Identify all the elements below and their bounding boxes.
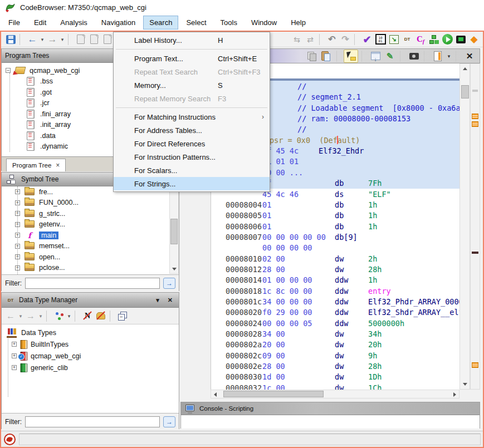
menubar-item-edit[interactable]: Edit	[28, 16, 52, 29]
console-header[interactable]: Console - Scripting	[181, 402, 480, 415]
symbol-tree-item[interactable]: +g_strlc...	[2, 208, 179, 219]
symbol-tree-item[interactable]: +FUN_0000...	[2, 198, 179, 209]
validate-checkmark-icon[interactable]: ✔	[360, 33, 374, 46]
associations-dropdown-icon[interactable]: ▾	[66, 310, 72, 322]
menu-item-for-instruction-patterns[interactable]: For Instruction Patterns...	[114, 150, 270, 164]
nav-out-document-icon[interactable]	[74, 33, 87, 46]
back-icon[interactable]: ←	[26, 33, 39, 46]
data-type-manager-icon[interactable]: DT	[400, 33, 414, 46]
analysis-bookmark-marker[interactable]	[472, 362, 478, 368]
scroll-thumb[interactable]	[170, 219, 178, 244]
run-script-icon[interactable]	[441, 33, 454, 46]
scroll-down-button[interactable]	[170, 265, 178, 273]
filter-options-icon[interactable]: →	[163, 416, 175, 427]
analysis-bookmark-marker[interactable]	[472, 121, 478, 127]
scroll-thumb[interactable]	[223, 391, 324, 397]
processor-chip-icon[interactable]	[454, 33, 467, 46]
listing-row[interactable]: 0000802834 00dw34h	[211, 329, 460, 339]
back-dropdown-icon[interactable]: ▾	[39, 33, 46, 46]
expander-icon[interactable]: +	[12, 342, 17, 347]
nav-document-icon[interactable]	[101, 33, 114, 46]
nav-in-document-icon[interactable]	[87, 33, 101, 46]
function-graph-icon[interactable]	[427, 33, 441, 46]
menubar-item-file[interactable]: File	[2, 16, 26, 29]
symbol-tree-scrollbar[interactable]	[169, 186, 179, 274]
cursor-location-marker[interactable]	[472, 252, 478, 254]
symbol-tree[interactable]: +fre...+FUN_0000...+g_strlc...+getenv...…	[2, 186, 179, 274]
listing-row[interactable]: 00008020f0 29 00 00ddwElf32_Shdr_ARRAY__…	[211, 307, 460, 318]
scroll-thumb[interactable]	[461, 85, 469, 99]
scroll-left-button[interactable]	[211, 390, 219, 398]
filter-arrays-off-icon[interactable]: N	[81, 310, 94, 322]
dtm-dropdown-icon[interactable]: ▾	[153, 297, 162, 304]
listing-row[interactable]: 0000801401 00 00 00ddw1h	[211, 275, 460, 285]
paste-icon[interactable]	[320, 50, 333, 62]
save-icon[interactable]	[4, 33, 17, 46]
disassemble-icon[interactable]: ⇄	[304, 33, 317, 46]
listing-row[interactable]: 0000802e28 00dw28h	[211, 361, 460, 372]
clear-code-bytes-icon[interactable]: ⇆	[290, 33, 304, 46]
data-types-tree[interactable]: Data Types+BuiltInTypes+qcmap_web_cgi+ge…	[2, 324, 179, 413]
menu-item-label-history[interactable]: Label History...H	[114, 33, 270, 47]
listing-row[interactable]: 0000802a20 00dw20h	[211, 339, 460, 350]
associations-icon[interactable]	[52, 310, 66, 322]
archive-item[interactable]: +BuiltInTypes	[2, 338, 179, 350]
filter-pointers-off-icon[interactable]	[94, 310, 107, 322]
dtm-forward-icon[interactable]: →	[24, 310, 37, 322]
listing-row[interactable]: 00 00 00 00	[211, 243, 460, 253]
undo-icon[interactable]: ↶	[325, 33, 339, 46]
patch-bytes-icon[interactable]	[374, 33, 387, 46]
menu-item-for-address-tables[interactable]: For Address Tables...	[114, 124, 270, 137]
listing-format-icon[interactable]	[431, 50, 444, 62]
menu-item-for-scalars[interactable]: For Scalars...	[114, 164, 270, 177]
dtm-close-icon[interactable]: ✕	[165, 297, 175, 304]
edit-listing-icon[interactable]: ✎	[383, 50, 397, 62]
scroll-down-button[interactable]	[461, 380, 469, 388]
dtm-filter-input[interactable]	[25, 416, 160, 427]
listing-hscrollbar[interactable]	[211, 390, 459, 398]
listing-row[interactable]: 000080181c 8c 00 00ddwentry	[211, 286, 460, 297]
symbol-tree-item[interactable]: +pclose...	[2, 263, 179, 274]
listing-row[interactable]: 000080321c 00dw1Ch	[211, 383, 460, 390]
menu-item-repeat-memory-search[interactable]: Repeat Memory SearchF3	[114, 92, 270, 105]
menu-item-for-strings[interactable]: For Strings...	[114, 177, 270, 190]
forward-dropdown-icon[interactable]: ▾	[59, 33, 66, 46]
analysis-bookmark-marker[interactable]	[472, 114, 478, 119]
listing-row[interactable]: 0000801002 00dw2h	[211, 254, 460, 264]
symbol-tree-item[interactable]: +open...	[2, 252, 179, 263]
archive-item[interactable]: +qcmap_web_cgi	[2, 350, 179, 362]
listing-row[interactable]: 0000801228 00dw28h	[211, 264, 460, 275]
close-icon[interactable]: ✕	[463, 50, 476, 62]
symbol-tree-item[interactable]: +fmain	[2, 230, 179, 241]
bookmark-diamond-icon[interactable]: ◆	[467, 33, 481, 46]
menubar-item-navigation[interactable]: Navigation	[95, 16, 141, 29]
collapse-all-icon[interactable]	[116, 310, 129, 322]
menubar-item-window[interactable]: Window	[245, 16, 283, 29]
filter-options-icon[interactable]: →	[163, 278, 175, 289]
format-dropdown-icon[interactable]: ▾	[446, 50, 452, 62]
listing-row[interactable]: 0000801c34 00 00 00ddwElf32_Phdr_ARRAY_0…	[211, 297, 460, 307]
memory-map-icon[interactable]	[387, 33, 400, 46]
tab-close-icon[interactable]: ×	[56, 161, 60, 169]
table-view-icon[interactable]	[481, 33, 484, 46]
menubar-item-select[interactable]: Select	[180, 16, 212, 29]
expander-icon[interactable]: −	[6, 68, 11, 73]
symbol-filter-input[interactable]	[25, 278, 160, 289]
listing-row[interactable]: 0000802c09 00dw9h	[211, 351, 460, 361]
snapshot-camera-icon[interactable]	[407, 50, 421, 62]
expand-fields-icon[interactable]	[369, 50, 382, 62]
console-output[interactable]	[181, 415, 480, 429]
listing-row[interactable]: 000080301d 00dw1Dh	[211, 372, 460, 382]
menubar-item-help[interactable]: Help	[285, 16, 312, 29]
expander-icon[interactable]: +	[12, 353, 17, 358]
ghidra-status-icon[interactable]	[3, 433, 16, 445]
forward-icon[interactable]: →	[46, 33, 59, 46]
tab-program-tree[interactable]: Program Tree ×	[6, 159, 66, 171]
menu-item-memory[interactable]: Memory...S	[114, 78, 270, 92]
menubar-item-analysis[interactable]: Analysis	[54, 16, 93, 29]
dtm-forward-dropdown-icon[interactable]: ▾	[37, 310, 44, 322]
scroll-right-button[interactable]	[451, 390, 459, 398]
listing-row[interactable]: 0000802400 00 00 05ddw5000000h	[211, 318, 460, 329]
symbol-tree-item[interactable]: +memset...	[2, 241, 179, 252]
listing-row[interactable]: 0000800401db1h	[211, 200, 460, 210]
